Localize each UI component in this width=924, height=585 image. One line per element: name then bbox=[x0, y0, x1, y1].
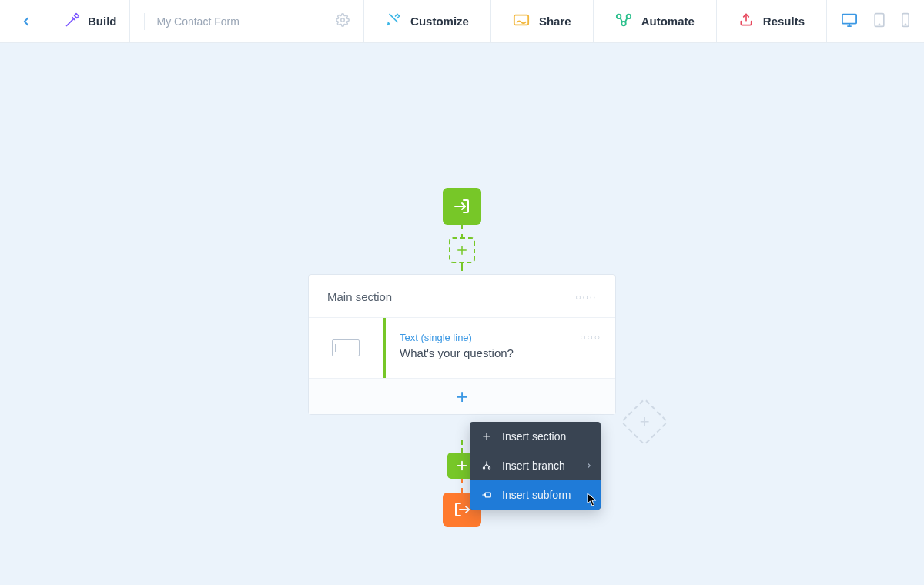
chevron-right-icon bbox=[585, 460, 593, 472]
insert-context-menu: Insert section Insert branch Insert subf… bbox=[470, 422, 601, 510]
chevron-left-icon bbox=[19, 15, 33, 28]
svg-point-9 bbox=[906, 24, 906, 25]
top-nav: Build My Contact Form Customize Share Au… bbox=[0, 0, 924, 43]
tab-customize[interactable]: Customize bbox=[364, 0, 491, 42]
mobile-icon[interactable] bbox=[901, 12, 910, 31]
menu-insert-section[interactable]: Insert section bbox=[470, 422, 601, 451]
form-name-label: My Contact Form bbox=[157, 15, 239, 28]
divider bbox=[144, 13, 145, 30]
add-field-button[interactable]: + bbox=[309, 379, 615, 414]
flow-canvas[interactable]: Main section ○○○ Text (single line) What… bbox=[0, 43, 924, 585]
insert-slot-top[interactable] bbox=[449, 237, 475, 263]
field-type-icon bbox=[309, 318, 383, 378]
svg-rect-5 bbox=[842, 14, 856, 23]
build-icon bbox=[65, 12, 80, 31]
svg-point-7 bbox=[879, 24, 880, 25]
tab-automate-label: Automate bbox=[641, 15, 695, 28]
menu-item-label: Insert branch bbox=[502, 460, 565, 472]
menu-insert-branch[interactable]: Insert branch bbox=[470, 451, 601, 480]
tab-share[interactable]: Share bbox=[491, 0, 594, 42]
field-row[interactable]: Text (single line) What's your question?… bbox=[309, 318, 615, 379]
svg-point-0 bbox=[341, 18, 345, 22]
share-icon bbox=[513, 12, 530, 31]
plus-icon: + bbox=[640, 412, 650, 432]
svg-rect-12 bbox=[485, 493, 490, 497]
menu-insert-subform[interactable]: Insert subform bbox=[470, 480, 601, 510]
enter-icon bbox=[453, 197, 471, 216]
branch-icon bbox=[480, 460, 493, 471]
plus-icon: + bbox=[456, 385, 467, 409]
start-node[interactable] bbox=[443, 188, 481, 225]
section-title: Main section bbox=[327, 290, 392, 303]
plus-icon bbox=[480, 431, 493, 442]
connector bbox=[461, 440, 463, 453]
tab-results[interactable]: Results bbox=[717, 0, 827, 42]
results-icon bbox=[738, 12, 754, 31]
subform-icon bbox=[480, 490, 493, 500]
tab-build[interactable]: Build bbox=[52, 0, 130, 42]
tab-results-label: Results bbox=[763, 15, 805, 28]
tablet-icon[interactable] bbox=[873, 12, 886, 31]
more-icon[interactable]: ○○○ bbox=[580, 332, 601, 343]
customize-icon bbox=[386, 12, 401, 31]
section-card[interactable]: Main section ○○○ Text (single line) What… bbox=[308, 274, 616, 415]
back-button[interactable] bbox=[0, 0, 52, 42]
svg-point-11 bbox=[488, 467, 490, 469]
menu-item-label: Insert subform bbox=[502, 489, 571, 501]
connector bbox=[461, 479, 463, 493]
section-header[interactable]: Main section ○○○ bbox=[309, 275, 615, 318]
exit-icon bbox=[453, 500, 471, 519]
tab-customize-label: Customize bbox=[410, 15, 469, 28]
automate-icon bbox=[615, 12, 632, 31]
tab-automate[interactable]: Automate bbox=[594, 0, 717, 42]
gear-icon[interactable] bbox=[336, 13, 350, 29]
more-icon[interactable]: ○○○ bbox=[575, 292, 597, 303]
insert-slot-right[interactable]: + bbox=[621, 398, 668, 446]
field-type-label: Text (single line) bbox=[400, 332, 514, 343]
tab-share-label: Share bbox=[539, 15, 571, 28]
device-preview-group bbox=[827, 0, 924, 42]
field-question-label: What's your question? bbox=[400, 346, 514, 359]
svg-rect-1 bbox=[514, 15, 528, 25]
desktop-icon[interactable] bbox=[841, 12, 858, 31]
tab-build-label: Build bbox=[88, 15, 117, 28]
svg-point-10 bbox=[483, 467, 484, 469]
menu-item-label: Insert section bbox=[502, 430, 566, 443]
form-name[interactable]: My Contact Form bbox=[130, 0, 365, 42]
